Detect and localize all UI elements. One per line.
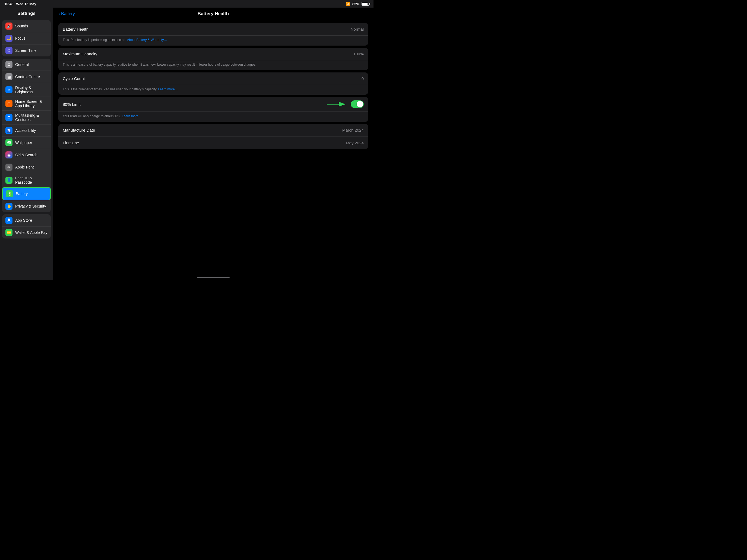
battery-body	[362, 2, 369, 6]
homescreen-icon: ⊞	[5, 100, 12, 107]
first-use-value: May 2024	[346, 140, 364, 145]
sidebar-item-control[interactable]: ▦ Control Centre	[2, 71, 51, 83]
sidebar-item-general[interactable]: ⚙ General	[2, 59, 51, 71]
max-capacity-label: Maximum Capacity	[63, 52, 98, 56]
status-bar: 10:48 Wed 15 May 📶 85%	[0, 0, 374, 8]
content-header: ‹ Battery Battery Health	[53, 8, 374, 19]
cycle-count-description: This is the number of times iPad has use…	[58, 85, 368, 95]
sidebar-section-3: A App Store 💳 Wallet & Apple Pay	[2, 214, 51, 239]
sidebar-item-privacy[interactable]: ✋ Privacy & Security	[2, 200, 51, 212]
general-label: General	[15, 62, 29, 67]
limit-80-description: Your iPad will only charge to about 80%.…	[58, 112, 368, 122]
pencil-label: Apple Pencil	[15, 165, 36, 169]
wallet-icon: 💳	[5, 229, 12, 236]
back-label: Battery	[61, 11, 75, 16]
sidebar-item-focus[interactable]: 🌙 Focus	[2, 32, 51, 45]
arrow-annotation	[327, 100, 349, 108]
back-chevron-icon: ‹	[58, 11, 60, 17]
home-indicator	[53, 274, 374, 280]
accessibility-icon: ♿	[5, 127, 12, 134]
time-display: 10:48	[4, 2, 13, 6]
battery-health-row: Battery Health Normal	[58, 23, 368, 35]
content-panel: ‹ Battery Battery Health Battery Health …	[53, 8, 374, 280]
battery-health-description: This iPad battery is performing as expec…	[58, 35, 368, 46]
manufacture-date-row: Manufacture Date March 2024	[58, 124, 368, 136]
sidebar-item-wallet[interactable]: 💳 Wallet & Apple Pay	[2, 226, 51, 239]
manufacture-date-label: Manufacture Date	[63, 128, 95, 132]
limit-80-toggle[interactable]	[351, 100, 364, 108]
focus-icon: 🌙	[5, 35, 12, 42]
sidebar-section-1: 🔊 Sounds 🌙 Focus ⏱ Screen Time	[2, 20, 51, 56]
control-icon: ▦	[5, 73, 12, 80]
sidebar-section-2: ⚙ General ▦ Control Centre ☀ Display & B…	[2, 59, 51, 212]
limit-80-row: 80% Limit	[58, 97, 368, 112]
sidebar-item-display[interactable]: ☀ Display & Brightness	[2, 83, 51, 97]
cycle-count-row: Cycle Count 0	[58, 73, 368, 85]
sidebar-item-homescreen[interactable]: ⊞ Home Screen & App Library	[2, 97, 51, 111]
screentime-icon: ⏱	[5, 47, 12, 54]
focus-label: Focus	[15, 36, 26, 41]
control-label: Control Centre	[15, 75, 40, 79]
appstore-icon: A	[5, 217, 12, 224]
content-title: Battery Health	[198, 11, 229, 17]
main-layout: Settings 🔊 Sounds 🌙 Focus ⏱ Screen Time …	[0, 8, 374, 280]
accessibility-label: Accessibility	[15, 128, 36, 133]
appstore-label: App Store	[15, 218, 32, 222]
limit-80-label: 80% Limit	[63, 102, 81, 107]
sidebar-item-wallpaper[interactable]: 🖼 Wallpaper	[2, 137, 51, 149]
home-bar	[197, 277, 230, 278]
sidebar-item-accessibility[interactable]: ♿ Accessibility	[2, 125, 51, 137]
wallpaper-label: Wallpaper	[15, 140, 32, 145]
battery-warranty-link[interactable]: About Battery & Warranty…	[127, 38, 167, 42]
battery-fill	[362, 3, 367, 5]
cycle-learn-more-link[interactable]: Learn more…	[158, 87, 178, 91]
sidebar-item-faceid[interactable]: 👤 Face ID & Passcode	[2, 174, 51, 187]
sounds-icon: 🔊	[5, 23, 12, 30]
wallpaper-icon: 🖼	[5, 139, 12, 146]
sidebar-item-siri[interactable]: ◉ Siri & Search	[2, 149, 51, 161]
siri-icon: ◉	[5, 152, 12, 158]
settings-group-capacity: Maximum Capacity 100% This is a measure …	[58, 48, 368, 70]
toggle-knob	[357, 101, 363, 107]
settings-content: Battery Health Normal This iPad battery …	[53, 19, 374, 153]
faceid-icon: 👤	[5, 177, 12, 184]
multitasking-icon: ⊡	[5, 114, 12, 121]
siri-label: Siri & Search	[15, 153, 37, 157]
manufacture-date-value: March 2024	[342, 128, 364, 132]
homescreen-label: Home Screen & App Library	[15, 99, 48, 108]
sidebar-item-multitasking[interactable]: ⊡ Multitasking & Gestures	[2, 111, 51, 125]
battery-icon: 🔋	[6, 190, 13, 197]
battery-health-value: Normal	[351, 27, 364, 31]
sidebar-title: Settings	[0, 8, 53, 19]
display-label: Display & Brightness	[15, 85, 48, 94]
display-icon: ☀	[5, 86, 12, 93]
sidebar-item-appstore[interactable]: A App Store	[2, 214, 51, 226]
date-display: Wed 15 May	[16, 2, 36, 6]
settings-group-cycle: Cycle Count 0 This is the number of time…	[58, 73, 368, 95]
multitasking-label: Multitasking & Gestures	[15, 113, 48, 122]
cycle-count-label: Cycle Count	[63, 76, 85, 81]
battery-status-icon	[362, 2, 369, 6]
battery-health-label: Battery Health	[63, 27, 88, 31]
privacy-icon: ✋	[5, 203, 12, 210]
max-capacity-row: Maximum Capacity 100%	[58, 48, 368, 60]
limit-learn-more-link[interactable]: Learn more…	[122, 114, 142, 118]
back-button[interactable]: ‹ Battery	[58, 11, 75, 17]
battery-percent: 85%	[352, 2, 359, 6]
screentime-label: Screen Time	[15, 48, 37, 53]
sounds-label: Sounds	[15, 24, 28, 28]
sidebar-item-battery[interactable]: 🔋 Battery	[2, 187, 51, 200]
sidebar-item-sounds[interactable]: 🔊 Sounds	[2, 20, 51, 32]
settings-group-health: Battery Health Normal This iPad battery …	[58, 23, 368, 46]
general-icon: ⚙	[5, 61, 12, 68]
sidebar-item-screentime[interactable]: ⏱ Screen Time	[2, 45, 51, 56]
sidebar: Settings 🔊 Sounds 🌙 Focus ⏱ Screen Time …	[0, 8, 53, 280]
settings-group-dates: Manufacture Date March 2024 First Use Ma…	[58, 124, 368, 149]
sidebar-item-pencil[interactable]: ✏ Apple Pencil	[2, 161, 51, 174]
battery-label: Battery	[16, 191, 28, 196]
faceid-label: Face ID & Passcode	[15, 176, 48, 185]
status-left: 10:48 Wed 15 May	[4, 2, 36, 6]
max-capacity-value: 100%	[354, 52, 364, 56]
first-use-row: First Use May 2024	[58, 136, 368, 149]
first-use-label: First Use	[63, 140, 79, 145]
